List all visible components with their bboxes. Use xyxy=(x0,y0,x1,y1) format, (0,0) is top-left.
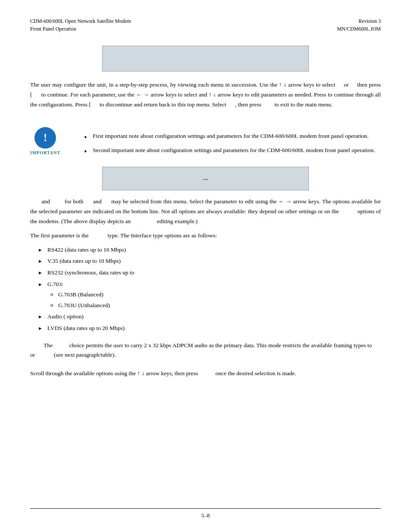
important-icon-block: ! IMPORTANT xyxy=(30,127,60,155)
sublist-item-g703b: G.703B (Balanced) xyxy=(58,290,381,299)
header-title: CDM-600/600L Open Network Satellite Mode… xyxy=(30,17,131,25)
page-header: CDM-600/600L Open Network Satellite Mode… xyxy=(30,17,381,33)
important-circle: ! xyxy=(34,127,56,149)
footer-divider xyxy=(30,508,381,509)
body-paragraph-3: The first parameter is the type. The Int… xyxy=(30,231,381,241)
body-paragraph-2: and for both and may be selected from th… xyxy=(30,197,381,227)
sublist-item-g703u: G.703U (Unbalanced) xyxy=(58,301,381,310)
lcd-dash-symbol: – xyxy=(203,174,208,184)
header-left: CDM-600/600L Open Network Satellite Mode… xyxy=(30,17,131,33)
list-item-g703: G.703: G.703B (Balanced) G.703U (Unbalan… xyxy=(47,280,381,310)
body-paragraph-1: The user may configure the unit, in a st… xyxy=(30,80,381,110)
body-paragraph-5: Scroll through the available options usi… xyxy=(30,369,381,379)
important-label: IMPORTANT xyxy=(30,150,60,155)
list-item-lvds: LVDS (data rates up to 20 Mbps) xyxy=(47,324,381,333)
header-revision: Revision 3 xyxy=(337,17,381,25)
page: CDM-600/600L Open Network Satellite Mode… xyxy=(0,0,411,532)
list-item-rs232: RS232 (synchronous, data rates up to xyxy=(47,268,381,277)
body-paragraph-4: The choice permits the user to carry 2 x… xyxy=(30,341,381,361)
header-docnum: MN/CDM600L.IOM xyxy=(337,25,381,33)
important-bullet-list: First important note about configuration… xyxy=(93,131,381,155)
header-subtitle: Front Panel Operation xyxy=(30,25,131,33)
bullet-item-1: First important note about configuration… xyxy=(93,131,381,141)
list-item-rs422: RS422 (data rates up to 10 Mbps) xyxy=(47,245,381,255)
important-content-block: First important note about configuration… xyxy=(67,127,381,160)
list-item-v35: V.35 (data rates up to 10 Mbps) xyxy=(47,256,381,266)
list-item-audio: Audio ( option) xyxy=(47,312,381,321)
lcd-display-2: – xyxy=(102,167,309,190)
interface-type-list: RS422 (data rates up to 10 Mbps) V.35 (d… xyxy=(47,245,381,333)
lcd-display-1 xyxy=(102,46,309,72)
bullet-item-2: Second important note about configuratio… xyxy=(93,146,381,155)
page-number: 5–8 xyxy=(201,512,210,519)
g703-sublist: G.703B (Balanced) G.703U (Unbalanced) xyxy=(58,290,381,310)
header-right: Revision 3 MN/CDM600L.IOM xyxy=(337,17,381,33)
important-section: ! IMPORTANT First important note about c… xyxy=(30,127,381,160)
page-footer: 5–8 xyxy=(0,508,411,519)
